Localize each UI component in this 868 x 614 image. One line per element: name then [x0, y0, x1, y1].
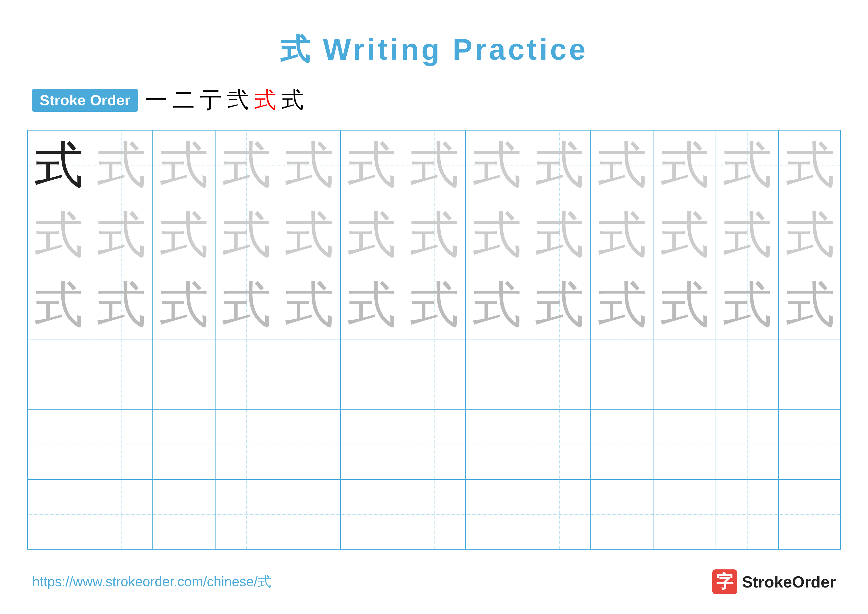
grid-cell-1-12[interactable]: 式 [716, 131, 779, 200]
grid-cell-2-10[interactable]: 式 [591, 201, 654, 270]
grid-cell-3-1[interactable]: 式 [28, 270, 90, 340]
grid-cell-6-6[interactable] [341, 480, 403, 549]
grid-cell-4-11[interactable] [654, 340, 716, 409]
char-light: 式 [347, 210, 397, 260]
grid-cell-1-9[interactable]: 式 [528, 131, 591, 200]
grid-row-2: 式 式 式 式 式 式 式 式 式 式 式 式 [28, 201, 840, 270]
grid-cell-2-4[interactable]: 式 [215, 201, 278, 270]
grid-row-4 [28, 340, 840, 410]
grid-cell-4-5[interactable] [278, 340, 341, 409]
grid-cell-1-13[interactable]: 式 [779, 131, 841, 200]
grid-cell-3-12[interactable]: 式 [716, 270, 779, 340]
grid-cell-3-7[interactable]: 式 [403, 270, 466, 340]
grid-cell-4-7[interactable] [403, 340, 466, 409]
char-light: 式 [660, 210, 709, 260]
grid-cell-1-6[interactable]: 式 [341, 131, 403, 200]
grid-cell-1-1[interactable]: 式 [28, 131, 90, 200]
grid-cell-5-8[interactable] [466, 410, 528, 479]
grid-cell-4-1[interactable] [28, 340, 90, 409]
grid-cell-2-13[interactable]: 式 [779, 201, 841, 270]
grid-cell-6-12[interactable] [716, 480, 779, 549]
grid-cell-1-5[interactable]: 式 [278, 131, 341, 200]
char-medium-light: 式 [347, 280, 397, 330]
char-medium-light: 式 [722, 280, 772, 330]
grid-cell-6-9[interactable] [528, 480, 591, 549]
grid-cell-4-3[interactable] [153, 340, 215, 409]
char-light: 式 [785, 140, 835, 190]
grid-cell-4-6[interactable] [341, 340, 403, 409]
grid-cell-5-3[interactable] [153, 410, 215, 479]
grid-row-5 [28, 410, 840, 480]
grid-cell-5-11[interactable] [654, 410, 716, 479]
grid-cell-2-1[interactable]: 式 [28, 201, 90, 270]
grid-cell-5-4[interactable] [215, 410, 278, 479]
char-medium-light: 式 [96, 280, 146, 330]
grid-cell-2-9[interactable]: 式 [528, 201, 591, 270]
grid-cell-3-2[interactable]: 式 [90, 270, 153, 340]
grid-cell-5-12[interactable] [716, 410, 779, 479]
grid-cell-6-2[interactable] [90, 480, 153, 549]
page-title: 式 Writing Practice [0, 30, 868, 70]
grid-cell-6-13[interactable] [779, 480, 841, 549]
char-medium-light: 式 [472, 280, 522, 330]
grid-cell-3-5[interactable]: 式 [278, 270, 341, 340]
footer-url[interactable]: https://www.strokeorder.com/chinese/式 [32, 573, 271, 591]
char-light: 式 [96, 210, 146, 260]
grid-cell-5-6[interactable] [341, 410, 403, 479]
grid-cell-3-10[interactable]: 式 [591, 270, 654, 340]
grid-cell-6-5[interactable] [278, 480, 341, 549]
grid-cell-3-3[interactable]: 式 [153, 270, 215, 340]
grid-row-1: 式 式 式 式 式 式 式 式 式 式 式 式 [28, 131, 840, 201]
grid-cell-3-4[interactable]: 式 [215, 270, 278, 340]
grid-cell-5-13[interactable] [779, 410, 841, 479]
stroke-3: 亍 [200, 85, 222, 115]
grid-cell-5-9[interactable] [528, 410, 591, 479]
grid-cell-4-10[interactable] [591, 340, 654, 409]
grid-cell-4-2[interactable] [90, 340, 153, 409]
grid-cell-1-7[interactable]: 式 [403, 131, 466, 200]
grid-cell-6-8[interactable] [466, 480, 528, 549]
grid-cell-6-1[interactable] [28, 480, 90, 549]
grid-row-3: 式 式 式 式 式 式 式 式 式 式 式 式 [28, 270, 840, 340]
grid-cell-6-11[interactable] [654, 480, 716, 549]
grid-cell-4-13[interactable] [779, 340, 841, 409]
grid-cell-1-10[interactable]: 式 [591, 131, 654, 200]
grid-cell-4-8[interactable] [466, 340, 528, 409]
char-light: 式 [722, 140, 772, 190]
grid-cell-4-12[interactable] [716, 340, 779, 409]
grid-cell-2-2[interactable]: 式 [90, 201, 153, 270]
grid-cell-5-5[interactable] [278, 410, 341, 479]
grid-cell-4-9[interactable] [528, 340, 591, 409]
grid-cell-3-8[interactable]: 式 [466, 270, 528, 340]
grid-cell-1-4[interactable]: 式 [215, 131, 278, 200]
grid-cell-2-7[interactable]: 式 [403, 201, 466, 270]
grid-cell-1-11[interactable]: 式 [654, 131, 716, 200]
grid-cell-3-9[interactable]: 式 [528, 270, 591, 340]
grid-cell-2-12[interactable]: 式 [716, 201, 779, 270]
grid-cell-2-8[interactable]: 式 [466, 201, 528, 270]
grid-cell-5-1[interactable] [28, 410, 90, 479]
grid-cell-6-4[interactable] [215, 480, 278, 549]
grid-cell-5-7[interactable] [403, 410, 466, 479]
grid-cell-5-10[interactable] [591, 410, 654, 479]
grid-cell-6-7[interactable] [403, 480, 466, 549]
stroke-5: 式 [254, 85, 276, 115]
grid-cell-1-3[interactable]: 式 [153, 131, 215, 200]
grid-cell-3-6[interactable]: 式 [341, 270, 403, 340]
grid-cell-1-8[interactable]: 式 [466, 131, 528, 200]
footer-logo: 字 StrokeOrder [712, 569, 836, 594]
grid-cell-5-2[interactable] [90, 410, 153, 479]
grid-cell-2-3[interactable]: 式 [153, 201, 215, 270]
char-light: 式 [96, 140, 146, 190]
grid-cell-2-6[interactable]: 式 [341, 201, 403, 270]
grid-cell-6-10[interactable] [591, 480, 654, 549]
grid-cell-6-3[interactable] [153, 480, 215, 549]
grid-cell-3-13[interactable]: 式 [779, 270, 841, 340]
grid-cell-4-4[interactable] [215, 340, 278, 409]
grid-cell-2-11[interactable]: 式 [654, 201, 716, 270]
grid-cell-2-5[interactable]: 式 [278, 201, 341, 270]
char-light: 式 [34, 210, 84, 260]
grid-cell-3-11[interactable]: 式 [654, 270, 716, 340]
grid-cell-1-2[interactable]: 式 [90, 131, 153, 200]
stroke-1: 一 [145, 85, 167, 115]
